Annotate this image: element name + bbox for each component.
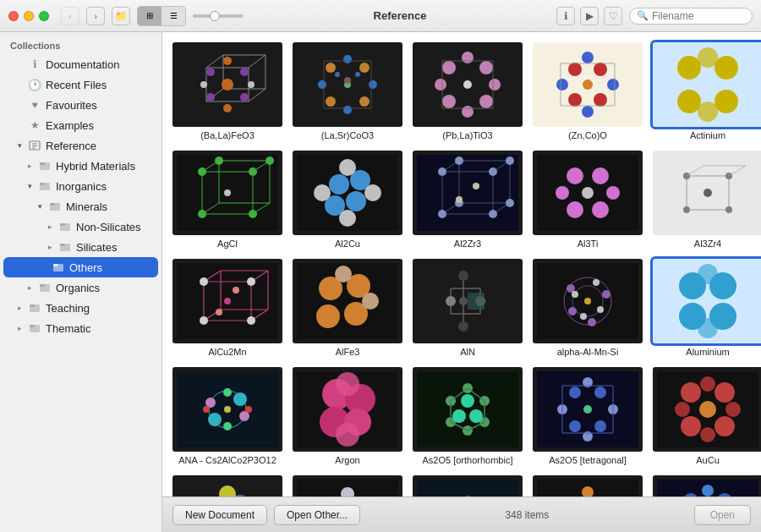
grid-item-Al2Cu[interactable]: Al2Cu [291, 149, 404, 250]
thumb-AlFe3 [293, 259, 402, 343]
sidebar-label-organics: Organics [56, 282, 100, 294]
grid-item-Al2Zr3[interactable]: Al2Zr3 [411, 149, 524, 250]
open-other-button[interactable]: Open Other... [274, 505, 360, 525]
label-aluminium: Aluminium [686, 347, 729, 357]
sidebar-item-minerals[interactable]: ▾ Minerals [0, 196, 162, 217]
grid-item-row5-5[interactable] [651, 474, 761, 496]
sidebar-item-reference[interactable]: ▾ Reference [0, 135, 162, 156]
new-document-button[interactable]: New Document [172, 505, 267, 525]
grid-item-row5-4[interactable] [531, 474, 644, 496]
svg-rect-245 [417, 371, 518, 447]
zoom-slider-area[interactable] [193, 14, 244, 18]
svg-point-237 [224, 406, 231, 413]
svg-point-186 [224, 298, 231, 304]
sidebar-label-inorganics: Inorganics [56, 180, 107, 193]
grid-item-AuCu[interactable]: AuCu [651, 365, 761, 467]
svg-point-215 [593, 279, 599, 286]
sidebar-item-thematic[interactable]: ▸ Thematic [0, 318, 162, 338]
close-button[interactable] [8, 11, 19, 21]
label-ANA: ANA - Cs2AlCo2P3O12 [178, 455, 276, 465]
sidebar-item-recent-files[interactable]: 🕐 Recent Files [0, 74, 162, 95]
label-As2O5-tet: As2O5 [tetragonal] [549, 455, 627, 465]
heart-button[interactable]: ♡ [604, 7, 622, 25]
sidebar-item-others[interactable]: Others [3, 257, 158, 277]
svg-point-262 [569, 387, 581, 398]
grid-item-row5-2[interactable] [291, 474, 404, 496]
sidebar-item-examples[interactable]: ★ Examples [0, 115, 162, 135]
sidebar-item-non-silicates[interactable]: ▸ Non-Silicates [0, 217, 162, 237]
svg-point-55 [355, 72, 360, 77]
maximize-button[interactable] [39, 11, 49, 21]
svg-rect-9 [50, 203, 55, 206]
grid-item-alpha-Al-Mn-Si[interactable]: alpha-Al-Mn-Si [531, 257, 644, 359]
label-actinium: Actinium [690, 130, 725, 140]
grid-scroll[interactable]: (Ba,La)FeO3 [162, 32, 761, 496]
grid-item-ANA[interactable]: ANA - Cs2AlCo2P3O12 [171, 365, 284, 467]
grid-item-LaSrCoO3[interactable]: (La,Sr)CoO3 [291, 41, 404, 142]
svg-point-236 [245, 406, 252, 413]
grid-item-ZnCoO[interactable]: (Zn,Co)O [531, 41, 644, 142]
svg-point-243 [336, 372, 359, 396]
inorganics-icon [37, 178, 52, 194]
grid-item-Al3Ti[interactable]: Al3Ti [531, 149, 644, 250]
grid-item-Al3Zr4[interactable]: Al3Zr4 [651, 149, 761, 250]
grid-item-PbLaTiO3[interactable]: (Pb,La)TiO3 [411, 41, 524, 142]
search-icon: 🔍 [637, 10, 649, 21]
sidebar-item-documentation[interactable]: ℹ Documentation [0, 54, 162, 74]
grid-item-row5-1[interactable] [171, 474, 284, 496]
grid-item-AlFe3[interactable]: AlFe3 [291, 257, 404, 359]
thumb-As2O5-ortho [413, 367, 523, 452]
open-button[interactable]: Open [694, 505, 751, 525]
back-button[interactable]: ‹ [61, 7, 79, 25]
svg-point-219 [584, 298, 591, 304]
svg-point-76 [568, 63, 582, 76]
sidebar-item-silicates[interactable]: ▸ Silicates [0, 237, 162, 257]
play-button[interactable]: ▶ [580, 7, 599, 25]
folder-button[interactable]: 📁 [112, 7, 130, 25]
grid-item-actinium[interactable]: Actinium [651, 41, 761, 142]
thumb-AuCu [653, 367, 761, 452]
sidebar-item-favourites[interactable]: ♥ Favourites [0, 95, 162, 115]
grid-item-As2O5-tet[interactable]: As2O5 [tetragonal] [531, 365, 644, 467]
sidebar-item-organics[interactable]: ▸ Organics [0, 277, 162, 298]
svg-point-93 [714, 90, 738, 113]
zoom-slider[interactable] [193, 14, 244, 18]
disclosure-icon [14, 79, 25, 90]
search-input[interactable] [652, 10, 745, 22]
search-box[interactable]: 🔍 [629, 8, 753, 25]
grid-item-AgCl[interactable]: AgCl [171, 149, 284, 250]
grid-item-AlCu2Mn[interactable]: AlCu2Mn [171, 257, 284, 359]
slider-thumb[interactable] [210, 11, 220, 21]
svg-point-124 [364, 184, 381, 201]
item-count: 348 items [367, 509, 687, 521]
svg-rect-5 [40, 162, 45, 165]
svg-point-95 [698, 101, 718, 122]
svg-point-113 [224, 189, 231, 196]
grid-item-As2O5-ortho[interactable]: As2O5 [orthorhombic] [411, 365, 524, 467]
svg-point-35 [222, 79, 233, 90]
non-silicates-icon [57, 219, 73, 234]
sidebar-item-teaching[interactable]: ▸ Teaching [0, 298, 162, 318]
list-view-button[interactable]: ☰ [162, 7, 185, 25]
info-button[interactable]: ℹ [556, 7, 575, 25]
minimize-button[interactable] [24, 11, 34, 21]
disclosure-collapsed-icon4: ▸ [24, 282, 36, 293]
svg-point-235 [203, 406, 210, 413]
grid-item-aluminium[interactable]: Aluminium [651, 257, 761, 359]
grid-item-Argon[interactable]: Argon [291, 365, 404, 467]
grid-view-button[interactable]: ⊞ [138, 7, 162, 25]
examples-icon: ★ [27, 118, 42, 133]
thumb-Al3Ti [533, 151, 643, 235]
sidebar-item-inorganics[interactable]: ▾ Inorganics [0, 176, 162, 196]
thumb-aluminium [653, 259, 761, 343]
svg-point-265 [594, 420, 606, 432]
grid-item-row5-3[interactable] [411, 474, 524, 496]
svg-point-80 [582, 52, 594, 63]
svg-rect-7 [40, 183, 45, 185]
forward-button[interactable]: › [86, 7, 105, 25]
svg-point-276 [681, 382, 701, 403]
sidebar-item-hybrid-materials[interactable]: ▸ Hybrid Materials [0, 156, 162, 176]
grid-item-balafeO3[interactable]: (Ba,La)FeO3 [171, 41, 284, 142]
grid-item-AlN[interactable]: AlN [411, 257, 524, 359]
svg-point-163 [683, 206, 690, 213]
